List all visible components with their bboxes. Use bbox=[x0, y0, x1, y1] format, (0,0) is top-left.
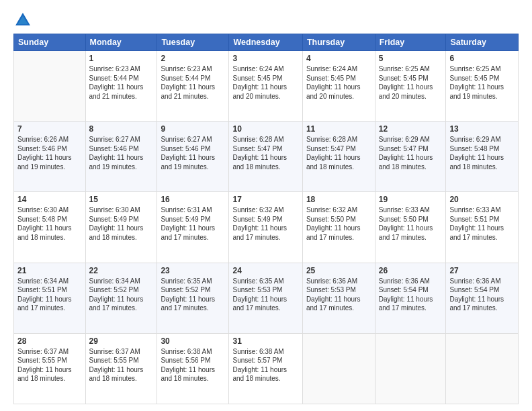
day-info: Sunrise: 6:38 AMSunset: 5:56 PMDaylight:… bbox=[161, 347, 225, 383]
day-info: Sunrise: 6:32 AMSunset: 5:50 PMDaylight:… bbox=[306, 205, 371, 242]
day-number: 4 bbox=[306, 54, 371, 63]
day-cell: 19Sunrise: 6:33 AMSunset: 5:50 PMDayligh… bbox=[375, 192, 446, 263]
day-info: Sunrise: 6:38 AMSunset: 5:57 PMDaylight:… bbox=[232, 347, 298, 383]
day-info: Sunrise: 6:36 AMSunset: 5:54 PMDaylight:… bbox=[379, 277, 443, 313]
day-number: 18 bbox=[306, 195, 371, 204]
page: SundayMondayTuesdayWednesdayThursdayFrid… bbox=[0, 0, 532, 411]
day-info: Sunrise: 6:33 AMSunset: 5:51 PMDaylight:… bbox=[449, 205, 515, 242]
day-number: 6 bbox=[449, 54, 515, 63]
day-cell: 2Sunrise: 6:23 AMSunset: 5:44 PMDaylight… bbox=[157, 51, 229, 122]
calendar: SundayMondayTuesdayWednesdayThursdayFrid… bbox=[13, 34, 519, 404]
day-number: 21 bbox=[17, 266, 82, 275]
day-info: Sunrise: 6:31 AMSunset: 5:49 PMDaylight:… bbox=[161, 205, 225, 242]
day-info: Sunrise: 6:27 AMSunset: 5:46 PMDaylight:… bbox=[161, 135, 225, 171]
day-cell: 13Sunrise: 6:29 AMSunset: 5:48 PMDayligh… bbox=[446, 122, 519, 192]
day-number: 31 bbox=[232, 336, 298, 346]
day-cell: 4Sunrise: 6:24 AMSunset: 5:45 PMDaylight… bbox=[302, 51, 375, 122]
day-cell: 30Sunrise: 6:38 AMSunset: 5:56 PMDayligh… bbox=[157, 333, 229, 404]
day-cell: 31Sunrise: 6:38 AMSunset: 5:57 PMDayligh… bbox=[229, 333, 302, 404]
day-cell: 24Sunrise: 6:35 AMSunset: 5:53 PMDayligh… bbox=[229, 263, 302, 333]
day-info: Sunrise: 6:35 AMSunset: 5:52 PMDaylight:… bbox=[161, 277, 225, 313]
day-info: Sunrise: 6:23 AMSunset: 5:44 PMDaylight:… bbox=[161, 64, 225, 101]
weekday-friday: Friday bbox=[375, 34, 446, 51]
logo-icon bbox=[13, 11, 32, 30]
day-number: 24 bbox=[232, 266, 298, 275]
day-info: Sunrise: 6:27 AMSunset: 5:46 PMDaylight:… bbox=[89, 135, 154, 171]
day-info: Sunrise: 6:37 AMSunset: 5:55 PMDaylight:… bbox=[89, 347, 154, 383]
day-number: 7 bbox=[17, 124, 82, 134]
day-cell: 27Sunrise: 6:36 AMSunset: 5:54 PMDayligh… bbox=[446, 263, 519, 333]
day-info: Sunrise: 6:25 AMSunset: 5:45 PMDaylight:… bbox=[379, 64, 443, 101]
day-cell: 28Sunrise: 6:37 AMSunset: 5:55 PMDayligh… bbox=[14, 333, 86, 404]
day-cell: 26Sunrise: 6:36 AMSunset: 5:54 PMDayligh… bbox=[375, 263, 446, 333]
day-info: Sunrise: 6:30 AMSunset: 5:49 PMDaylight:… bbox=[89, 205, 154, 242]
day-number: 27 bbox=[449, 266, 515, 275]
week-row-0: 1Sunrise: 6:23 AMSunset: 5:44 PMDaylight… bbox=[14, 51, 519, 122]
day-number: 9 bbox=[161, 124, 225, 134]
day-cell: 12Sunrise: 6:29 AMSunset: 5:47 PMDayligh… bbox=[375, 122, 446, 192]
weekday-thursday: Thursday bbox=[302, 34, 375, 51]
day-cell bbox=[375, 333, 446, 404]
day-info: Sunrise: 6:35 AMSunset: 5:53 PMDaylight:… bbox=[232, 277, 298, 313]
day-cell: 18Sunrise: 6:32 AMSunset: 5:50 PMDayligh… bbox=[302, 192, 375, 263]
weekday-header-row: SundayMondayTuesdayWednesdayThursdayFrid… bbox=[14, 34, 519, 51]
day-number: 20 bbox=[449, 195, 515, 204]
day-number: 10 bbox=[232, 124, 298, 134]
day-cell: 8Sunrise: 6:27 AMSunset: 5:46 PMDaylight… bbox=[85, 122, 157, 192]
day-info: Sunrise: 6:37 AMSunset: 5:55 PMDaylight:… bbox=[17, 347, 82, 383]
weekday-tuesday: Tuesday bbox=[157, 34, 229, 51]
day-number: 1 bbox=[89, 54, 154, 63]
week-row-2: 14Sunrise: 6:30 AMSunset: 5:48 PMDayligh… bbox=[14, 192, 519, 263]
day-info: Sunrise: 6:26 AMSunset: 5:46 PMDaylight:… bbox=[17, 135, 82, 171]
day-number: 11 bbox=[306, 124, 371, 134]
day-info: Sunrise: 6:36 AMSunset: 5:54 PMDaylight:… bbox=[449, 277, 515, 313]
day-info: Sunrise: 6:29 AMSunset: 5:48 PMDaylight:… bbox=[449, 135, 515, 171]
day-number: 17 bbox=[232, 195, 298, 204]
day-cell bbox=[14, 51, 86, 122]
day-number: 28 bbox=[17, 336, 82, 346]
day-cell: 17Sunrise: 6:32 AMSunset: 5:49 PMDayligh… bbox=[229, 192, 302, 263]
day-info: Sunrise: 6:23 AMSunset: 5:44 PMDaylight:… bbox=[89, 64, 154, 101]
day-cell bbox=[302, 333, 375, 404]
day-number: 12 bbox=[379, 124, 443, 134]
day-info: Sunrise: 6:32 AMSunset: 5:49 PMDaylight:… bbox=[232, 205, 298, 242]
day-info: Sunrise: 6:34 AMSunset: 5:51 PMDaylight:… bbox=[17, 277, 82, 313]
day-cell: 6Sunrise: 6:25 AMSunset: 5:45 PMDaylight… bbox=[446, 51, 519, 122]
day-cell: 22Sunrise: 6:34 AMSunset: 5:52 PMDayligh… bbox=[85, 263, 157, 333]
day-number: 23 bbox=[161, 266, 225, 275]
day-info: Sunrise: 6:34 AMSunset: 5:52 PMDaylight:… bbox=[89, 277, 154, 313]
day-cell bbox=[446, 333, 519, 404]
day-cell: 25Sunrise: 6:36 AMSunset: 5:53 PMDayligh… bbox=[302, 263, 375, 333]
header bbox=[13, 11, 519, 30]
calendar-table: SundayMondayTuesdayWednesdayThursdayFrid… bbox=[13, 34, 519, 404]
day-number: 13 bbox=[449, 124, 515, 134]
logo bbox=[13, 11, 35, 30]
day-number: 3 bbox=[232, 54, 298, 63]
day-number: 19 bbox=[379, 195, 443, 204]
day-cell: 10Sunrise: 6:28 AMSunset: 5:47 PMDayligh… bbox=[229, 122, 302, 192]
day-info: Sunrise: 6:28 AMSunset: 5:47 PMDaylight:… bbox=[306, 135, 371, 171]
day-cell: 3Sunrise: 6:24 AMSunset: 5:45 PMDaylight… bbox=[229, 51, 302, 122]
day-number: 30 bbox=[161, 336, 225, 346]
day-cell: 15Sunrise: 6:30 AMSunset: 5:49 PMDayligh… bbox=[85, 192, 157, 263]
day-info: Sunrise: 6:24 AMSunset: 5:45 PMDaylight:… bbox=[232, 64, 298, 101]
day-number: 14 bbox=[17, 195, 82, 204]
day-cell: 23Sunrise: 6:35 AMSunset: 5:52 PMDayligh… bbox=[157, 263, 229, 333]
weekday-wednesday: Wednesday bbox=[229, 34, 302, 51]
day-number: 26 bbox=[379, 266, 443, 275]
day-number: 15 bbox=[89, 195, 154, 204]
day-number: 16 bbox=[161, 195, 225, 204]
weekday-monday: Monday bbox=[85, 34, 157, 51]
day-cell: 5Sunrise: 6:25 AMSunset: 5:45 PMDaylight… bbox=[375, 51, 446, 122]
day-info: Sunrise: 6:25 AMSunset: 5:45 PMDaylight:… bbox=[449, 64, 515, 101]
day-cell: 7Sunrise: 6:26 AMSunset: 5:46 PMDaylight… bbox=[14, 122, 86, 192]
day-info: Sunrise: 6:28 AMSunset: 5:47 PMDaylight:… bbox=[232, 135, 298, 171]
day-number: 8 bbox=[89, 124, 154, 134]
week-row-4: 28Sunrise: 6:37 AMSunset: 5:55 PMDayligh… bbox=[14, 333, 519, 404]
day-info: Sunrise: 6:36 AMSunset: 5:53 PMDaylight:… bbox=[306, 277, 371, 313]
weekday-saturday: Saturday bbox=[446, 34, 519, 51]
day-cell: 29Sunrise: 6:37 AMSunset: 5:55 PMDayligh… bbox=[85, 333, 157, 404]
day-number: 29 bbox=[89, 336, 154, 346]
day-number: 22 bbox=[89, 266, 154, 275]
day-info: Sunrise: 6:29 AMSunset: 5:47 PMDaylight:… bbox=[379, 135, 443, 171]
